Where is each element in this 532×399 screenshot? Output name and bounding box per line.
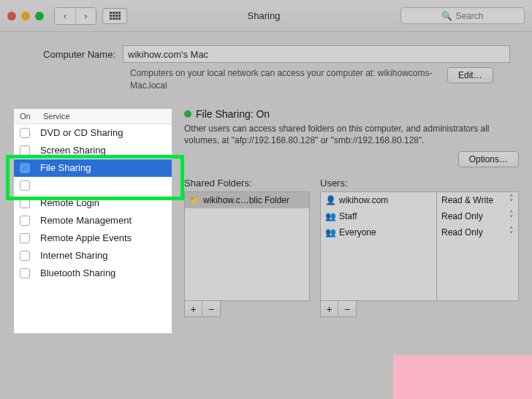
checkbox-icon[interactable] (20, 233, 30, 243)
window-controls (7, 12, 44, 20)
checkbox-icon[interactable] (20, 268, 30, 278)
show-all-button[interactable] (102, 8, 127, 24)
folders-addremove: + − (184, 301, 221, 317)
remove-folder-button[interactable]: − (202, 301, 220, 316)
checkbox-icon[interactable] (20, 128, 30, 138)
folder-icon: 📁 (189, 195, 200, 205)
shared-folders-title: Shared Folders: (184, 178, 310, 189)
group-icon: 👥 (325, 211, 336, 221)
search-placeholder: Search (455, 11, 483, 21)
add-user-button[interactable]: + (321, 301, 338, 316)
user-item[interactable]: 👤wikihow.com (321, 192, 436, 208)
status-title: File Sharing: On (196, 108, 270, 120)
permission-item[interactable]: Read & Write˄˅ (437, 192, 518, 208)
forward-button[interactable]: › (75, 8, 96, 24)
back-button[interactable]: ‹ (55, 8, 75, 24)
computer-name-subtext: Computers on your local network can acce… (130, 67, 437, 92)
remove-user-button[interactable]: − (338, 301, 356, 316)
users-addremove: + − (320, 301, 357, 317)
folder-item[interactable]: 📁 wikihow.c…blic Folder (185, 192, 309, 208)
close-icon[interactable] (7, 12, 16, 20)
search-icon: 🔍 (441, 11, 452, 21)
service-remote-login[interactable]: Remote Login (14, 194, 172, 212)
checkbox-icon[interactable] (20, 180, 30, 191)
user-item[interactable]: 👥Everyone (321, 224, 436, 240)
add-folder-button[interactable]: + (185, 301, 202, 316)
minimize-icon[interactable] (21, 12, 30, 20)
window-title: Sharing (133, 10, 395, 21)
permission-item[interactable]: Read Only˄˅ (437, 208, 518, 224)
edit-button[interactable]: Edit… (447, 67, 493, 83)
computer-name-field[interactable]: wikihow.com's Mac (123, 45, 510, 63)
user-item[interactable]: 👥Staff (321, 208, 436, 224)
search-input[interactable]: 🔍 Search (400, 7, 525, 24)
users-title: Users: (320, 178, 519, 189)
status-description: Other users can access shared folders on… (184, 123, 519, 148)
service-internet-sharing[interactable]: Internet Sharing (14, 247, 172, 265)
checkbox-icon[interactable] (20, 251, 30, 261)
group-icon: 👥 (325, 227, 336, 238)
stepper-icon[interactable]: ˄˅ (509, 228, 514, 237)
zoom-icon[interactable] (35, 12, 44, 20)
service-remote-apple-events[interactable]: Remote Apple Events (14, 229, 172, 247)
checkbox-icon[interactable] (20, 198, 30, 208)
services-header: On Service (14, 109, 172, 124)
service-remote-management[interactable]: Remote Management (14, 212, 172, 229)
titlebar: ‹ › Sharing 🔍 Search (0, 0, 532, 32)
service-row[interactable] (14, 177, 172, 194)
watermark-overlay (393, 355, 532, 399)
status-line: File Sharing: On (184, 108, 519, 120)
permissions-list[interactable]: Read & Write˄˅ Read Only˄˅ Read Only˄˅ (437, 191, 519, 301)
options-button[interactable]: Options… (458, 151, 519, 167)
service-screen-sharing[interactable]: Screen Sharing (14, 142, 172, 159)
stepper-icon[interactable]: ˄˅ (509, 212, 514, 221)
grid-icon (110, 12, 121, 20)
status-led-icon (184, 110, 191, 118)
service-bluetooth-sharing[interactable]: Bluetooth Sharing (14, 265, 172, 282)
person-icon: 👤 (325, 195, 336, 205)
checkbox-icon[interactable] (20, 145, 30, 156)
service-file-sharing[interactable]: File Sharing (14, 159, 172, 177)
nav-buttons: ‹ › (54, 7, 96, 25)
services-list: On Service DVD or CD Sharing Screen Shar… (13, 108, 172, 334)
computer-name-label: Computer Name: (13, 49, 115, 60)
shared-folders-list[interactable]: 📁 wikihow.c…blic Folder (184, 191, 310, 301)
col-on: On (20, 112, 43, 121)
checkbox-icon[interactable] (20, 216, 30, 226)
stepper-icon[interactable]: ˄˅ (509, 196, 514, 205)
checkbox-icon[interactable] (20, 163, 30, 173)
permission-item[interactable]: Read Only˄˅ (437, 224, 518, 240)
service-dvd-sharing[interactable]: DVD or CD Sharing (14, 124, 172, 142)
users-list[interactable]: 👤wikihow.com 👥Staff 👥Everyone (320, 191, 437, 301)
col-service: Service (43, 112, 70, 121)
